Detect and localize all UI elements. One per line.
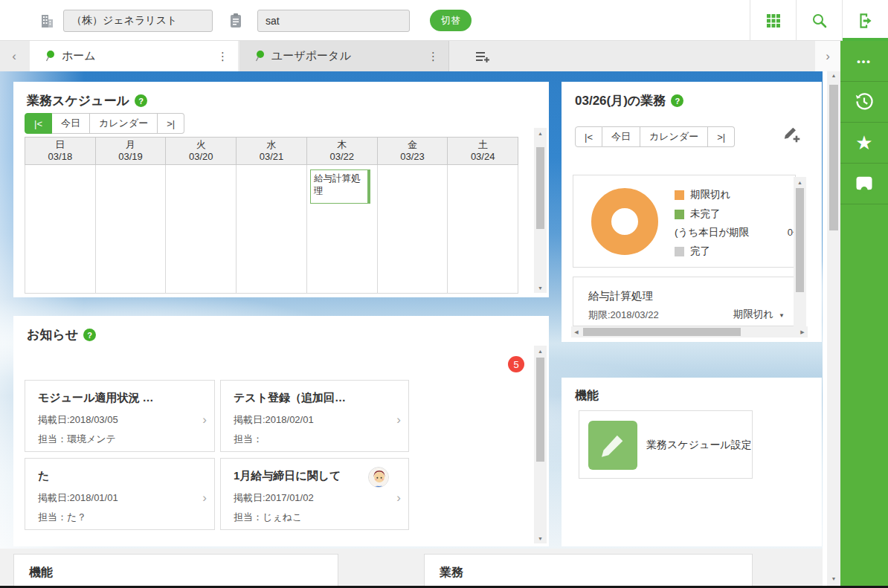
panel-title: 業務スケジュール <box>27 92 129 109</box>
panel-title: 機能 <box>575 388 599 404</box>
notice-card[interactable]: モジュール適用状況 … 掲載日:2018/03/05 担当：環境メンテ <box>25 380 215 452</box>
first-day-button[interactable]: |< <box>575 126 602 147</box>
notice-owner: 担当：じぇねこ <box>234 511 302 524</box>
sidebar-more-button[interactable] <box>840 41 888 82</box>
scroll-up-icon[interactable] <box>534 128 547 138</box>
sidebar-feedback-button[interactable] <box>840 164 888 204</box>
scroll-down-icon[interactable] <box>827 576 840 587</box>
calendar-day-header: 月03/19 <box>95 138 166 164</box>
logout-button[interactable] <box>842 0 888 41</box>
day-name: 金 <box>408 139 417 151</box>
daily-horizontal-scrollbar <box>571 326 808 337</box>
calendar-day-cell[interactable] <box>25 165 95 293</box>
scrollbar-thumb[interactable] <box>536 358 544 462</box>
scrollbar-thumb[interactable] <box>796 188 804 292</box>
apps-grid-button[interactable] <box>750 0 796 41</box>
schedule-settings-pencil-icon <box>588 421 637 470</box>
tab-scroll-left-icon[interactable] <box>1 41 27 71</box>
pin-icon <box>254 50 265 62</box>
task-status-select[interactable]: 期限切れ <box>733 308 785 321</box>
calendar-day-header: 水03/21 <box>236 138 306 164</box>
legend-swatch-complete <box>675 247 684 256</box>
help-icon[interactable] <box>671 94 683 107</box>
scroll-up-icon[interactable] <box>794 177 806 187</box>
calendar-day-cell[interactable] <box>95 165 166 293</box>
scrollbar-thumb[interactable] <box>829 85 838 230</box>
tab-label: ホーム <box>62 49 96 63</box>
notice-card[interactable]: テスト登録（追加回… 掲載日:2018/02/01 担当： <box>220 380 409 452</box>
notice-owner: 担当：た？ <box>38 511 86 524</box>
add-task-pencil-icon[interactable] <box>782 125 802 144</box>
last-week-button[interactable]: >| <box>158 113 184 134</box>
scroll-left-icon[interactable] <box>571 326 582 337</box>
scrollbar-thumb[interactable] <box>536 147 544 229</box>
calendar-button[interactable]: カレンダー <box>640 126 708 147</box>
legend-swatch-incomplete <box>675 210 684 219</box>
chevron-right-icon <box>396 491 401 505</box>
scroll-up-icon[interactable] <box>827 73 840 83</box>
notice-date: 掲載日:2017/01/02 <box>234 491 314 505</box>
sidebar-favorites-button[interactable] <box>840 123 888 164</box>
calendar-day-cell[interactable] <box>447 165 518 293</box>
today-button[interactable]: 今日 <box>52 113 90 134</box>
tab-menu-icon[interactable] <box>217 50 228 63</box>
panel-title: 03/26(月)の業務 <box>575 92 666 109</box>
tab-menu-icon[interactable] <box>428 50 439 63</box>
day-date: 03/23 <box>400 151 425 163</box>
legend-row: 未完了 0件 <box>675 204 794 224</box>
notice-date: 掲載日:2018/03/05 <box>38 413 118 427</box>
switch-button[interactable]: 切替 <box>430 10 472 31</box>
calendar-event[interactable]: 給与計算処理 <box>310 169 370 204</box>
task-status-donut-chart <box>591 188 658 255</box>
notice-card[interactable]: 1月給与締日に関して 掲載日:2017/01/02 担当：じぇねこ <box>220 458 409 530</box>
notice-scrollbar <box>534 346 547 543</box>
tab-user-portal[interactable]: ユーザポータル <box>239 41 449 71</box>
legend-row: (うち本日が期限 0件 <box>675 224 794 242</box>
calendar-day-cell[interactable] <box>377 165 448 293</box>
scrollbar-thumb[interactable] <box>583 328 741 336</box>
search-icon <box>811 12 829 30</box>
legend-swatch-overdue <box>675 190 684 200</box>
tab-home[interactable]: ホーム <box>30 41 238 71</box>
calendar-day-cell[interactable] <box>165 165 236 293</box>
today-button[interactable]: 今日 <box>602 126 640 147</box>
task-name[interactable]: 給与計算処理 <box>588 289 653 303</box>
legend-row: 完了 0件 <box>675 242 794 261</box>
day-name: 土 <box>478 139 488 151</box>
search-button[interactable] <box>796 0 842 41</box>
notice-title: た <box>38 469 184 483</box>
tab-label: ユーザポータル <box>271 49 351 63</box>
company-input[interactable] <box>63 10 213 32</box>
scroll-down-icon[interactable] <box>534 533 547 543</box>
help-icon[interactable] <box>83 329 96 341</box>
task-item-box: 給与計算処理 期限:2018/03/22 期限切れ <box>573 277 796 326</box>
pin-icon <box>44 50 55 62</box>
day-date: 03/22 <box>329 151 354 163</box>
day-date: 03/24 <box>471 151 495 163</box>
calendar-day-header: 木03/22 <box>306 138 377 164</box>
calendar-body-row: 給与計算処理 <box>25 165 518 294</box>
notice-date: 掲載日:2018/02/01 <box>234 413 314 427</box>
history-clock-icon <box>853 91 875 113</box>
scroll-down-icon[interactable] <box>534 282 547 293</box>
first-week-button[interactable]: |< <box>25 113 52 134</box>
tab-scroll-right-icon[interactable] <box>815 41 840 71</box>
calendar-day-cell[interactable] <box>236 165 306 293</box>
function-card[interactable]: 業務スケジュール設定 <box>579 410 753 479</box>
panel-works-bottom: 業務 <box>424 554 753 588</box>
day-name: 月 <box>126 139 135 151</box>
scroll-up-icon[interactable] <box>534 346 547 356</box>
help-icon[interactable] <box>135 94 147 107</box>
notice-title: テスト登録（追加回… <box>234 391 379 405</box>
last-day-button[interactable]: >| <box>708 126 735 147</box>
calendar-button[interactable]: カレンダー <box>90 113 158 134</box>
notice-card[interactable]: た 掲載日:2018/01/01 担当：た？ <box>25 458 215 530</box>
daily-scrollbar <box>794 177 806 330</box>
topbar: 切替 <box>0 0 888 41</box>
sidebar-history-button[interactable] <box>840 82 888 123</box>
portal-content: 業務スケジュール |< 今日 カレンダー >| 日03/18 月03/19 火0 <box>0 71 840 588</box>
user-input[interactable] <box>257 10 410 32</box>
day-date: 03/20 <box>189 151 213 163</box>
calendar-day-cell[interactable]: 給与計算処理 <box>306 165 377 293</box>
add-tab-icon[interactable] <box>468 41 498 71</box>
